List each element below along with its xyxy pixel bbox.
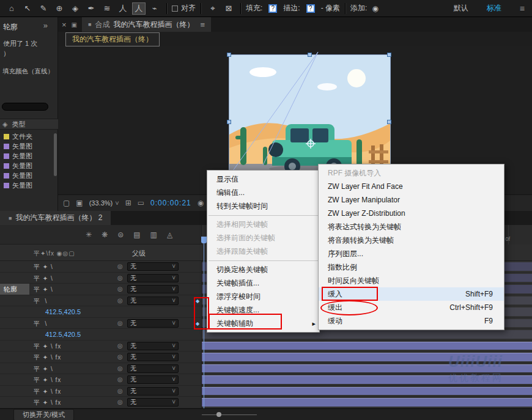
layer-switches[interactable]: 平 ✦ \ fx — [34, 342, 61, 351]
layer-duration-bar[interactable] — [202, 375, 532, 384]
parent-dropdown[interactable]: 无 ˅ — [127, 387, 179, 396]
project-item[interactable]: 矢量图 — [0, 180, 58, 190]
position-value[interactable]: 412.5,420.5 — [45, 331, 81, 338]
parent-dropdown[interactable]: 无 ˅ — [127, 353, 179, 361]
parent-dropdown[interactable]: 无 ˅ — [127, 319, 179, 328]
brush-tool-icon[interactable]: ✒ — [84, 2, 98, 15]
timeline-row[interactable]: 平 ✦ \ fx ◎ 无 ˅ — [0, 341, 532, 352]
timeline-row[interactable]: 平 ✦ \ fx ◎ 无 ˅ — [0, 352, 532, 363]
layer-duration-bar[interactable] — [202, 364, 532, 373]
menu-item[interactable]: ZW Layer Manipulator — [319, 193, 504, 207]
pick-whip-icon[interactable]: ◎ — [117, 342, 123, 349]
selection-handle[interactable] — [387, 120, 391, 124]
current-time-display[interactable]: 0:00:00:21 — [150, 199, 191, 207]
menu-item[interactable]: 指数比例 — [319, 260, 504, 274]
menu-item[interactable]: 关键帧辅助 ▸ — [207, 317, 319, 330]
panel-menu-icon[interactable]: ≡ — [200, 20, 205, 29]
timeline-row[interactable]: 平 ✦ \ ◎ 无 ˅ — [0, 363, 532, 375]
menu-item[interactable]: 将表达式转换为关键帧 — [319, 220, 504, 234]
graph-editor-icon[interactable]: ◬ — [167, 230, 172, 239]
always-preview-icon[interactable]: ▢ — [63, 199, 70, 207]
pick-whip-icon[interactable]: ◎ — [117, 399, 123, 405]
keyframe-icon[interactable]: ◆ — [196, 298, 199, 304]
layer-switches[interactable]: 平 ✦ \ fx — [34, 376, 61, 385]
layer-duration-bar[interactable] — [202, 387, 532, 396]
layer-track[interactable] — [202, 341, 532, 352]
toggle-switches-modes-button[interactable]: 切换开关/模式 — [13, 409, 74, 420]
layer-switches[interactable]: 平 ✦ \ — [34, 274, 53, 283]
region-of-interest-icon[interactable]: ▭ — [138, 199, 144, 207]
menu-item[interactable]: 切换定格关键帧 — [207, 263, 319, 276]
home-icon[interactable]: ⌂ — [5, 2, 18, 15]
pick-whip-icon[interactable]: ◎ — [117, 263, 123, 270]
comp-navigator-button[interactable]: 我的汽车教程插画（终） — [65, 32, 160, 46]
timeline-row[interactable]: 平 ✦ \ fx ◎ 无 ˅ — [0, 397, 532, 408]
project-item[interactable]: 文件夹 — [0, 131, 58, 141]
layer-switches[interactable]: 平 ✦ \ — [34, 263, 53, 271]
menu-item[interactable]: 缓出 Ctrl+Shift+F9 — [319, 301, 504, 314]
menu-item[interactable]: 时间反向关键帧 — [319, 274, 504, 287]
pick-whip-icon[interactable]: ◎ — [117, 353, 123, 360]
grid-guides-icon[interactable]: ⊞ — [125, 199, 131, 207]
pick-whip-icon[interactable]: ◎ — [117, 320, 123, 326]
menu-item[interactable]: 将音频转换为关键帧 — [319, 234, 504, 247]
layer-track[interactable] — [202, 386, 532, 397]
selection-handle[interactable] — [308, 53, 312, 57]
composition-tab[interactable]: ■ 合成 我的汽车教程插画（终） ≡ — [82, 17, 211, 32]
transform-box-tool-icon[interactable]: ⊠ — [222, 2, 235, 15]
layer-duration-bar[interactable] — [202, 353, 532, 361]
layer-switches[interactable]: 平 ✦ \ — [34, 365, 53, 374]
layer-track[interactable] — [202, 397, 532, 408]
clone-stamp-tool-icon[interactable]: ≋ — [100, 2, 114, 15]
snapshot-camera-icon[interactable]: ◉ — [198, 199, 204, 207]
menu-item[interactable]: 关键帧插值... — [207, 276, 319, 290]
parent-dropdown[interactable]: 无 ˅ — [127, 342, 179, 350]
menu-item[interactable]: 关键帧速度... — [207, 303, 319, 317]
keyframe-icon[interactable]: ◆ — [196, 321, 199, 326]
layer-switches[interactable]: 平 \ — [34, 320, 47, 328]
layer-switches[interactable]: 平 ✦ \ fx — [34, 399, 61, 407]
workspace-default-button[interactable]: 默认 — [454, 3, 468, 13]
layer-switches[interactable]: 平 ✦ \ fx — [34, 388, 61, 396]
timeline-row[interactable]: 平 ✦ \ fx ◎ 无 ˅ — [0, 374, 532, 386]
stroke-swatch[interactable]: ? — [306, 4, 315, 13]
selection-handle[interactable] — [227, 120, 231, 124]
menu-item[interactable]: 漂浮穿梭时间 — [207, 290, 319, 303]
parent-dropdown[interactable]: 无 ˅ — [127, 364, 179, 373]
selection-handle[interactable] — [387, 53, 391, 57]
menu-item[interactable]: 序列图层... — [319, 247, 504, 260]
pick-whip-icon[interactable]: ◎ — [117, 274, 123, 281]
mask-tool-icon[interactable]: ◈ — [68, 2, 82, 15]
parent-dropdown[interactable]: 无 ˅ — [127, 375, 179, 384]
project-item[interactable]: 矢量图 — [0, 141, 58, 151]
panel-close-icon[interactable]: × — [62, 20, 67, 29]
selection-tool-icon[interactable]: ↖ — [21, 2, 34, 15]
timeline-row[interactable]: 平 ✦ \ fx ◎ 无 ˅ — [0, 386, 532, 397]
primary-viewer-icon[interactable]: ▣ — [76, 199, 83, 207]
menu-item[interactable]: 显示值 — [207, 172, 319, 186]
project-item[interactable]: 矢量图 — [0, 151, 58, 161]
shy-layers-icon[interactable]: ⊜ — [117, 230, 124, 239]
menu-item[interactable]: 缓入 Shift+F9 — [319, 287, 504, 301]
selection-handle[interactable] — [227, 53, 231, 57]
menu-item[interactable]: 编辑值... — [207, 186, 319, 199]
magnification-dropdown[interactable]: (33.3%) ˅ — [89, 199, 119, 207]
frame-blending-icon[interactable]: ▤ — [133, 230, 140, 239]
current-time-indicator[interactable] — [204, 243, 204, 408]
workspace-standard-button[interactable]: 标准 — [487, 3, 501, 13]
layer-switches[interactable]: 平 ✦ \ — [34, 286, 53, 294]
expand-panel-icon[interactable]: » — [43, 21, 48, 30]
lasso-tool-icon[interactable]: ⌁ — [148, 2, 161, 15]
parent-dropdown[interactable]: 无 ˅ — [127, 398, 179, 407]
motion-blur-icon[interactable]: ▥ — [150, 230, 157, 239]
pick-whip-icon[interactable]: ◎ — [117, 388, 123, 394]
anchor-point-tool-icon[interactable]: ⊕ — [53, 2, 66, 15]
puppet-advanced-pin-tool-icon[interactable]: 人 — [132, 2, 146, 15]
snap-align-checkbox[interactable]: 对齐 — [172, 3, 196, 13]
parent-dropdown[interactable]: 无 ˅ — [127, 297, 179, 305]
menu-item[interactable]: 转到关键帧时间 — [207, 199, 319, 213]
pick-whip-icon[interactable]: ◎ — [117, 365, 123, 372]
composition-flowchart-icon[interactable]: ✳ — [86, 230, 92, 239]
type-column-header[interactable]: ◈ 类型 — [0, 119, 58, 130]
parent-dropdown[interactable]: 无 ˅ — [127, 274, 179, 282]
